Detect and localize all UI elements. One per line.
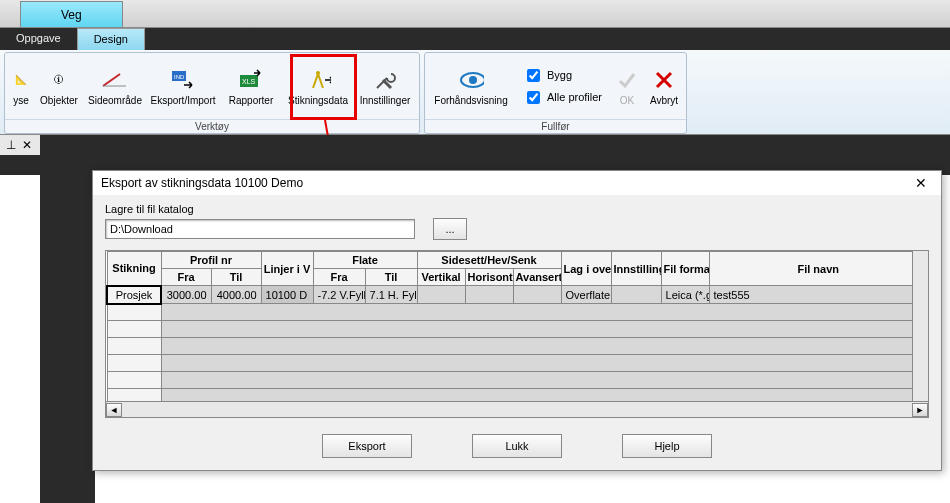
hdr-lag[interactable]: Lag i ove [561, 252, 611, 286]
lagre-label: Lagre til fil katalog [105, 203, 929, 215]
hdr-filnavn[interactable]: Fil navn [709, 252, 927, 286]
btn-rapporter[interactable]: XLS Rapporter [219, 56, 283, 116]
hdr-til2[interactable]: Til [365, 269, 417, 286]
btn-sideomrade[interactable]: Sideområde [83, 56, 147, 116]
hjelp-button[interactable]: Hjelp [622, 434, 712, 458]
btn-ok-label: OK [620, 95, 634, 106]
hdr-filformat[interactable]: Fil forma [661, 252, 709, 286]
svg-text:XLS: XLS [242, 78, 256, 85]
dialog-eksport-stikningsdata: Eksport av stikningsdata 10100 Demo ✕ La… [92, 170, 942, 471]
btn-innstillinger[interactable]: Innstillinger [353, 56, 417, 116]
btn-innstillinger-label: Innstillinger [360, 95, 411, 106]
hdr-innstilling: Innstilling / [611, 252, 661, 286]
btn-objekter[interactable]: 🛈 Objekter [35, 56, 83, 116]
import-icon: IND [170, 67, 196, 93]
hdr-sidesett: Sidesett/Hev/Senk [417, 252, 561, 269]
close-panel-icon[interactable]: ✕ [22, 138, 32, 152]
eye-icon [458, 67, 484, 93]
tab-design[interactable]: Design [77, 28, 145, 50]
cell-horisont[interactable] [465, 286, 513, 304]
btn-eksportimport-label: Eksport/Import [150, 95, 215, 106]
cell-filnavn[interactable]: test555 [709, 286, 927, 304]
cell-fra2[interactable]: -7.2 V.Fyll [313, 286, 365, 304]
tools-icon [372, 67, 398, 93]
hdr-stikning[interactable]: Stikning [107, 252, 161, 286]
eksport-button[interactable]: Eksport [322, 434, 412, 458]
browse-button[interactable]: ... [433, 218, 467, 240]
chk-alleprofiler[interactable]: Alle profiler [523, 88, 602, 107]
grid-vscroll[interactable] [912, 251, 928, 401]
svg-text:IND: IND [174, 74, 185, 80]
cell-linjer[interactable]: 10100 D [261, 286, 313, 304]
btn-yse-label: yse [13, 95, 29, 106]
btn-objekter-label: Objekter [40, 95, 78, 106]
hdr-linjer[interactable]: Linjer i V [261, 252, 313, 286]
svg-point-6 [469, 76, 477, 84]
hdr-horisont[interactable]: Horisont [465, 269, 513, 286]
tab-veg[interactable]: Veg [20, 1, 123, 27]
btn-avbryt[interactable]: Avbryt [644, 56, 684, 116]
hdr-profilnr: Profil nr [161, 252, 261, 269]
group-verktoy-label: Verktøy [5, 119, 419, 133]
objects-icon: 🛈 [46, 67, 72, 93]
cell-lag[interactable]: Overflate [561, 286, 611, 304]
btn-avbryt-label: Avbryt [650, 95, 678, 106]
btn-forhandsvisning[interactable]: Forhåndsvisning [427, 56, 515, 116]
cell-fra1[interactable]: 3000.00 [161, 286, 211, 304]
btn-rapporter-label: Rapporter [229, 95, 273, 106]
scroll-right-icon[interactable]: ► [912, 403, 928, 417]
cell-vertikal[interactable] [417, 286, 465, 304]
btn-eksportimport[interactable]: IND Eksport/Import [147, 56, 219, 116]
x-icon [651, 67, 677, 93]
btn-yse[interactable]: 📐 yse [7, 56, 35, 116]
slope-icon [102, 67, 128, 93]
btn-ok[interactable]: OK [610, 56, 644, 116]
chk-bygg-input[interactable] [527, 69, 540, 82]
hdr-fra2[interactable]: Fra [313, 269, 365, 286]
pin-icon[interactable]: ⊥ [6, 138, 16, 152]
chk-alleprofiler-input[interactable] [527, 91, 540, 104]
cell-filformat[interactable]: Leica (*.g [661, 286, 709, 304]
dialog-title: Eksport av stikningsdata 10100 Demo [101, 176, 303, 190]
lukk-button[interactable]: Lukk [472, 434, 562, 458]
hdr-fra1[interactable]: Fra [161, 269, 211, 286]
grid-hscroll[interactable]: ◄ ► [106, 401, 928, 417]
xls-icon: XLS [238, 67, 264, 93]
cell-til2[interactable]: 7.1 H. Fyll [365, 286, 417, 304]
btn-sideomrade-label: Sideområde [88, 95, 142, 106]
tab-oppgave[interactable]: Oppgave [0, 28, 77, 50]
hdr-til1[interactable]: Til [211, 269, 261, 286]
check-icon [614, 67, 640, 93]
grid[interactable]: Stikning Profil nr Linjer i V Flate Side… [105, 250, 929, 418]
path-input[interactable] [105, 219, 415, 239]
chk-alleprofiler-label: Alle profiler [547, 91, 602, 103]
chk-bygg[interactable]: Bygg [523, 66, 602, 85]
dialog-close-icon[interactable]: ✕ [909, 175, 933, 191]
hdr-flate: Flate [313, 252, 417, 269]
highlight-stikningsdata [290, 54, 357, 120]
chk-bygg-label: Bygg [547, 69, 572, 81]
group-fullfor-label: Fullfør [425, 119, 686, 133]
scroll-left-icon[interactable]: ◄ [106, 403, 122, 417]
cell-innst[interactable] [611, 286, 661, 304]
hdr-avansert[interactable]: Avansert [513, 269, 561, 286]
hdr-vertikal[interactable]: Vertikal [417, 269, 465, 286]
cell-avansert[interactable] [513, 286, 561, 304]
analysis-icon: 📐 [8, 67, 34, 93]
cell-til1[interactable]: 4000.00 [211, 286, 261, 304]
btn-forhandsvisning-label: Forhåndsvisning [434, 95, 507, 106]
cell-stikning[interactable]: Prosjek [107, 286, 161, 304]
